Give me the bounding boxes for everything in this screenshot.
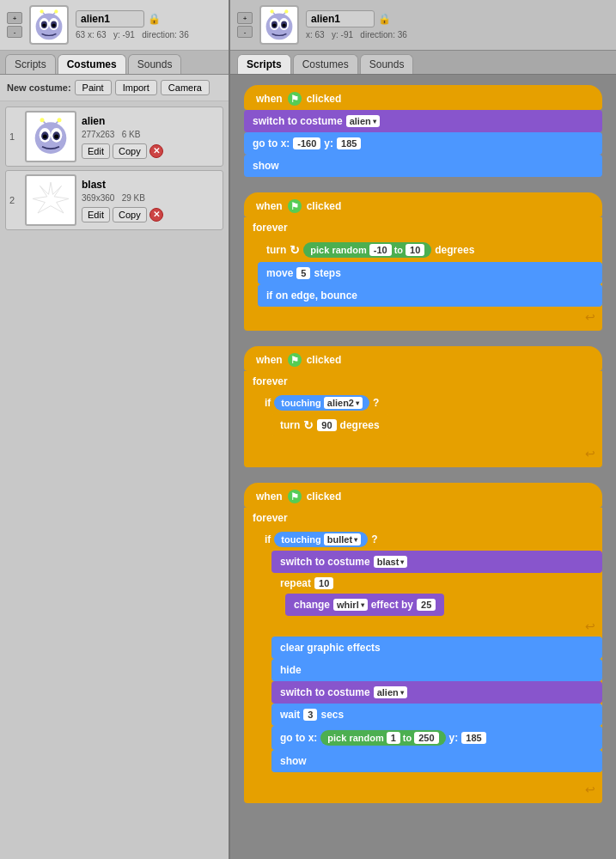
- forever-arrow-2: ↩: [585, 310, 595, 324]
- tab-scripts-left[interactable]: Scripts: [5, 54, 56, 74]
- if-row-3: if touching alien2 ?: [258, 392, 602, 414]
- tab-scripts-right[interactable]: Scripts: [237, 54, 291, 74]
- costume-dropdown-alien[interactable]: alien: [346, 115, 380, 127]
- go-to-xy-block-1[interactable]: go to x: -160 y: 185: [244, 132, 602, 155]
- right-sprite-name-input[interactable]: [306, 10, 375, 27]
- switch-costume-alien-block[interactable]: switch to costume alien: [244, 110, 602, 132]
- switch-costume-blast-block[interactable]: switch to costume blast: [271, 551, 602, 573]
- when-clicked-hat-2[interactable]: when ⚑ clicked: [244, 192, 602, 217]
- svg-point-30: [272, 23, 276, 27]
- turn-block-3[interactable]: turn ↻ 90 degrees: [271, 414, 388, 436]
- svg-marker-24: [33, 182, 69, 213]
- repeat-row[interactable]: repeat 10: [271, 573, 602, 594]
- random-max-1[interactable]: 10: [406, 244, 424, 256]
- right-sprite-coords: x: 63 y: -91 direction: 36: [306, 30, 609, 40]
- random-max-4[interactable]: 250: [414, 732, 438, 744]
- new-costume-label: New costume:: [7, 82, 71, 93]
- right-panel: + - 🔒: [230, 0, 616, 859]
- script-group-1: when ⚑ clicked switch to costume alien g…: [244, 85, 602, 177]
- green-flag-icon-4: ⚑: [288, 490, 302, 503]
- turn-block[interactable]: turn ↻ pick random -10 to 10 degrees: [258, 238, 602, 262]
- alien-thumb-icon: [29, 115, 72, 158]
- costume-dropdown-blast[interactable]: blast: [374, 556, 408, 568]
- effect-val[interactable]: 25: [417, 599, 436, 611]
- wait-val[interactable]: 3: [303, 709, 317, 721]
- go-to-xy-block-4[interactable]: go to x: pick random 1 to 250 y: 185: [271, 726, 602, 750]
- copy-blast-button[interactable]: Copy: [113, 207, 147, 222]
- hide-block[interactable]: hide: [271, 659, 602, 681]
- when-clicked-hat-3[interactable]: when ⚑ clicked: [244, 346, 602, 371]
- repeat-arrow: ↩: [585, 619, 595, 633]
- turn-cw-icon-3: ↻: [303, 418, 314, 432]
- paint-button[interactable]: Paint: [75, 80, 112, 95]
- green-flag-icon-3: ⚑: [288, 353, 302, 367]
- lock-icon: 🔒: [148, 13, 161, 25]
- left-panel: + - 🔒: [0, 0, 230, 859]
- tab-sounds-left[interactable]: Sounds: [128, 54, 182, 74]
- touching-block-3[interactable]: touching alien2: [274, 395, 369, 411]
- svg-point-6: [52, 23, 56, 27]
- if-body-3: turn ↻ 90 degrees: [271, 414, 602, 436]
- x-value-1[interactable]: -160: [293, 137, 320, 149]
- repeat-val[interactable]: 10: [314, 577, 333, 589]
- camera-button[interactable]: Camera: [161, 80, 210, 95]
- delete-blast-button[interactable]: ✕: [149, 208, 163, 222]
- sprite-nav-up[interactable]: +: [7, 12, 22, 24]
- effect-dropdown-whirl[interactable]: whirl: [333, 599, 368, 611]
- clicked-label-1: clicked: [307, 93, 342, 105]
- tab-sounds-right[interactable]: Sounds: [360, 54, 414, 74]
- svg-point-17: [43, 135, 47, 139]
- costume-item-alien: 1 alien: [5, 107, 223, 167]
- costume-details-alien: alien 277x263 6 KB Edit Copy ✕: [82, 115, 219, 159]
- touching-block-4[interactable]: touching bullet: [274, 532, 368, 547]
- right-sprite-info: 🔒 x: 63 y: -91 direction: 36: [306, 10, 609, 40]
- tab-costumes-right[interactable]: Costumes: [293, 54, 358, 74]
- sprite-name-input[interactable]: [76, 10, 144, 27]
- if-on-edge-block[interactable]: if on edge, bounce: [258, 284, 602, 307]
- right-nav-buttons: + -: [237, 12, 253, 38]
- clear-graphic-effects-block[interactable]: clear graphic effects: [271, 637, 602, 659]
- svg-point-11: [54, 9, 58, 13]
- svg-point-10: [40, 9, 44, 13]
- costume-actions-alien: Edit Copy ✕: [82, 143, 219, 159]
- edit-alien-button[interactable]: Edit: [82, 143, 110, 159]
- switch-costume-alien-block-2[interactable]: switch to costume alien: [271, 681, 602, 704]
- svg-point-7: [46, 14, 52, 19]
- forever-arrow-3: ↩: [585, 447, 595, 460]
- copy-alien-button[interactable]: Copy: [113, 143, 147, 159]
- touching-dropdown-alien2[interactable]: alien2: [324, 397, 363, 409]
- sprite-nav-down[interactable]: -: [7, 26, 22, 38]
- edit-blast-button[interactable]: Edit: [82, 207, 110, 222]
- costume-dropdown-alien-2[interactable]: alien: [374, 686, 407, 698]
- turn-val-3[interactable]: 90: [317, 419, 336, 431]
- when-clicked-hat-4[interactable]: when ⚑ clicked: [244, 483, 602, 508]
- right-nav-down[interactable]: -: [237, 26, 253, 38]
- delete-alien-button[interactable]: ✕: [149, 144, 163, 158]
- sprite-name-row: 🔒: [76, 10, 222, 27]
- forever-body-3: if touching alien2 ? turn ↻ 90: [258, 392, 602, 443]
- move-block[interactable]: move 5 steps: [258, 262, 602, 284]
- y-value-1[interactable]: 185: [337, 137, 361, 149]
- tab-costumes-left[interactable]: Costumes: [58, 54, 126, 74]
- random-min-4[interactable]: 1: [387, 732, 400, 744]
- when-clicked-hat-1[interactable]: when ⚑ clicked: [244, 85, 602, 110]
- costume-thumb-blast: [25, 174, 76, 226]
- show-block-4[interactable]: show: [271, 750, 602, 772]
- import-button[interactable]: Import: [115, 80, 157, 95]
- pick-random-block-4[interactable]: pick random 1 to 250: [320, 730, 445, 746]
- touching-dropdown-bullet[interactable]: bullet: [324, 533, 361, 545]
- turn-cw-icon: ↻: [290, 243, 300, 257]
- y-value-4[interactable]: 185: [461, 732, 485, 744]
- blast-thumb-icon: [29, 179, 72, 222]
- when-label-4: when: [256, 490, 283, 503]
- svg-point-22: [40, 118, 45, 122]
- show-block-1[interactable]: show: [244, 155, 602, 177]
- random-min-1[interactable]: -10: [369, 244, 392, 256]
- right-nav-up[interactable]: +: [237, 12, 253, 24]
- costume-item-blast: 2 blast 369x360 29 KB Edit Copy ✕: [5, 170, 223, 230]
- change-whirl-block[interactable]: change whirl effect by 25: [285, 594, 444, 616]
- pick-random-block-1[interactable]: pick random -10 to 10: [303, 242, 431, 258]
- move-steps-val[interactable]: 5: [296, 267, 310, 279]
- forever-label-3: forever: [244, 371, 602, 392]
- wait-block[interactable]: wait 3 secs: [271, 704, 602, 726]
